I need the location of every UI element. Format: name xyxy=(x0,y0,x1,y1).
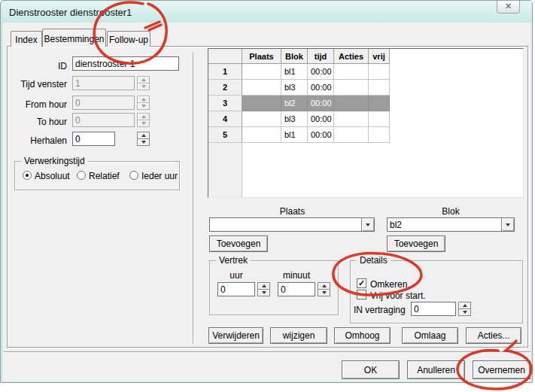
window-title: Dienstrooster dienstrooster1 xyxy=(9,7,132,18)
tab-index[interactable]: Index xyxy=(11,31,42,47)
overnemen-button[interactable]: Overnemen xyxy=(473,360,530,379)
title-bar: Dienstrooster dienstrooster1 ✕ xyxy=(2,1,532,23)
dialog-window: Dienstrooster dienstrooster1 ✕ Index Bes… xyxy=(0,0,533,383)
close-button[interactable]: ✕ xyxy=(497,1,520,14)
annuleren-button[interactable]: Anulleren xyxy=(407,360,465,379)
footer-separator xyxy=(4,351,530,352)
tab-page xyxy=(7,46,528,348)
tab-bestemmingen[interactable]: Bestemmingen xyxy=(42,29,106,47)
ok-button[interactable]: OK xyxy=(342,360,400,379)
tab-followup[interactable]: Follow-up xyxy=(107,31,150,47)
close-icon: ✕ xyxy=(505,2,512,11)
